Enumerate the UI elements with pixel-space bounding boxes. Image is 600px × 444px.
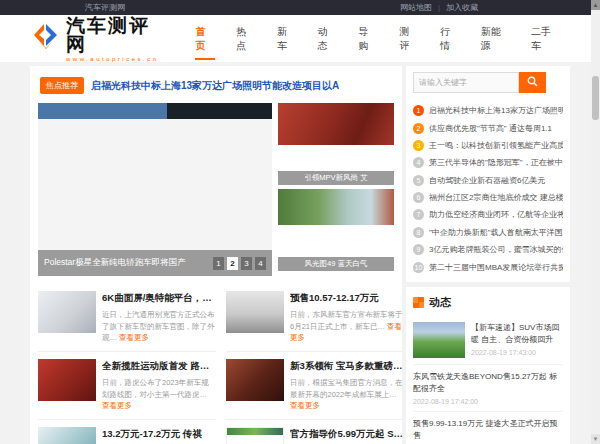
- rank-text[interactable]: 王一鸣：以科技创新引领氢能产业高质量发展: [429, 140, 563, 151]
- rank-item[interactable]: 1启福光科技中标上海13家万达广场照明节能: [413, 102, 563, 119]
- side-caption-mpv[interactable]: 引领MPV新风尚 艾: [278, 171, 394, 185]
- nav-guide[interactable]: 导购: [348, 17, 389, 61]
- rank-item[interactable]: 2供应商优先股"节节高" 通达每周1.1: [413, 119, 563, 136]
- dynamics-item-title[interactable]: 预售9.99-13.19万元 捷途大圣正式开启预售: [413, 418, 563, 442]
- site-header: 汽车测评网 www.autoprices.cn 首页 热点 新车 动态 导购 测…: [0, 15, 600, 62]
- nav-market[interactable]: 行情: [429, 17, 470, 61]
- rank-item[interactable]: 10第二十三届中国MBA发展论坛举行共探人工: [413, 258, 563, 275]
- rank-badge: 10: [413, 262, 424, 273]
- rank-item[interactable]: 7助力低空经济商业闭环，亿航等企业将在广州: [413, 206, 563, 223]
- scrollbar-thumb[interactable]: [592, 76, 599, 120]
- article-thumb-swm: [226, 427, 284, 444]
- rank-badge: 7: [413, 209, 424, 220]
- article-item[interactable]: 官方指导价5.99万元起 SWM 北京时间2022年6月19日，SWM斯威大虎正…: [226, 420, 404, 444]
- nav-review[interactable]: 测评: [388, 17, 429, 61]
- view-more-link[interactable]: 查看更多: [102, 401, 132, 410]
- search-bar: [413, 72, 563, 93]
- add-favorite-link[interactable]: 加入收藏: [446, 2, 478, 13]
- rank-text[interactable]: 福州台江区2宗商住地底价成交 建总楼产、相: [429, 192, 563, 203]
- search-input[interactable]: [413, 72, 519, 93]
- dynamics-header: 动态: [413, 293, 563, 316]
- rank-item[interactable]: 8"中企助力焕新船"载人首航南太平洋国家: [413, 224, 563, 241]
- article-thumb-presale: [226, 291, 284, 333]
- nav-new-energy[interactable]: 新能源: [470, 17, 520, 61]
- dynamics-item[interactable]: 东风雪铁龙天逸BEYOND售15.27万起 标配很齐全 2022-08-19 1…: [413, 365, 563, 412]
- article-title[interactable]: 13.2万元-17.2万元 传祺: [102, 428, 216, 441]
- rank-badge: 2: [413, 123, 424, 134]
- article-title[interactable]: 新3系领衔 宝马多款重磅新车将齐: [290, 360, 404, 373]
- article-item[interactable]: 6K曲面屏/奥特能平台，别克E5 近日，上汽通用别克官方正式公布了旗下新车型的新…: [38, 284, 216, 352]
- side-image-scenery[interactable]: [278, 189, 394, 225]
- topbar-site-name: 汽车评测网: [85, 2, 125, 13]
- nav-used-car[interactable]: 二手车: [520, 17, 570, 61]
- rank-item[interactable]: 93亿元购老牌瓶装公司，蜜雪冰城买的什么酒?: [413, 241, 563, 258]
- dynamics-item-time: 2022-08-19 17:42:00: [413, 398, 563, 405]
- article-item[interactable]: 全新揽胜运动版首发 路虎公布成都 日前，路虎公布了2023年新车规划路线图，对小…: [38, 352, 216, 420]
- dynamics-block: 动态 【新车速递】SUV市场回暖 自主、合资份额回升 2022-08-19 17…: [406, 287, 570, 444]
- grid-icon: [413, 297, 424, 308]
- carousel-main-slide[interactable]: Polestar极星全新纯电轿跑车即将国产 1 2 3 4: [38, 103, 272, 276]
- view-more-link[interactable]: 查看更多: [119, 333, 149, 342]
- rank-text[interactable]: 启福光科技中标上海13家万达广场照明节能: [429, 105, 563, 116]
- rank-item[interactable]: 4第三代半导体的"隐形冠军"，正在被中国厂: [413, 154, 563, 171]
- rank-text[interactable]: "中企助力焕新船"载人首航南太平洋国家: [429, 227, 563, 238]
- rank-item[interactable]: 3王一鸣：以科技创新引领氢能产业高质量发展: [413, 137, 563, 154]
- article-title[interactable]: 全新揽胜运动版首发 路虎公布成都: [102, 360, 216, 373]
- rank-badge: 9: [413, 244, 424, 255]
- rank-text[interactable]: 自动驾驶企业新石器融资6亿美元: [429, 175, 545, 186]
- rank-text[interactable]: 供应商优先股"节节高" 通达每周1.1: [429, 123, 552, 134]
- article-thumb-rangerover: [38, 359, 96, 401]
- article-desc: 日前，根据宝马集团官方消息，在最新开幕的2022年成都车展上…: [290, 378, 403, 399]
- article-title[interactable]: 官方指导价5.99万元起 SWM: [290, 428, 404, 441]
- sidebar-rank-block: 1启福光科技中标上海13家万达广场照明节能 2供应商优先股"节节高" 通达每周1…: [406, 66, 570, 282]
- dynamics-item-title[interactable]: 【新车速递】SUV市场回暖 自主、合资份额回升: [471, 322, 563, 346]
- rank-text[interactable]: 助力低空经济商业闭环，亿航等企业将在广州: [429, 209, 563, 220]
- rank-text[interactable]: 第二十三届中国MBA发展论坛举行共探人工: [429, 262, 563, 273]
- dynamics-item[interactable]: 【新车速递】SUV市场回暖 自主、合资份额回升 2022-08-19 17:43…: [413, 316, 563, 365]
- logo-title: 汽车测评网: [66, 16, 167, 54]
- focus-recommend-button[interactable]: 焦点推荐: [40, 77, 84, 94]
- article-item[interactable]: 预售10.57-12.17万元 日前，东风新车官方宣布新车将于6月21日正式上市…: [226, 284, 404, 352]
- sitemap-link[interactable]: 网站地图: [400, 2, 432, 13]
- side-caption-scenery[interactable]: 风光图49 蓝天白气: [278, 257, 394, 271]
- nav-hot[interactable]: 热点: [225, 17, 266, 61]
- logo-diamond-icon: [30, 22, 60, 56]
- carousel-section: Polestar极星全新纯电轿跑车即将国产 1 2 3 4 引领MPV新风尚 艾…: [38, 103, 394, 276]
- scrollbar: ▲ ▼: [591, 0, 600, 444]
- scroll-down-arrow[interactable]: ▼: [591, 434, 600, 444]
- rank-item[interactable]: 6福州台江区2宗商住地底价成交 建总楼产、相: [413, 189, 563, 206]
- dynamics-item[interactable]: 预售9.99-13.19万元 捷途大圣正式开启预售 2022-08-19 17:…: [413, 412, 563, 444]
- carousel-main-image: [38, 103, 272, 250]
- notice-bar: 焦点推荐 启福光科技中标上海13家万达广场照明节能改造项目以A: [38, 73, 394, 103]
- site-logo[interactable]: 汽车测评网 www.autoprices.cn: [30, 16, 167, 62]
- rank-text[interactable]: 3亿元购老牌瓶装公司，蜜雪冰城买的什么酒?: [429, 244, 563, 255]
- rank-item[interactable]: 5自动驾驶企业新石器融资6亿美元: [413, 172, 563, 189]
- carousel-caption-bar: Polestar极星全新纯电轿跑车即将国产 1 2 3 4: [38, 250, 272, 276]
- search-icon: [527, 75, 538, 90]
- carousel-page-4[interactable]: 4: [255, 257, 266, 270]
- nav-new-car[interactable]: 新车: [266, 17, 307, 61]
- article-column-left: 6K曲面屏/奥特能平台，别克E5 近日，上汽通用别克官方正式公布了旗下新车型的新…: [38, 284, 216, 444]
- dynamics-thumb-suv: [413, 322, 465, 358]
- main-nav: 首页 热点 新车 动态 导购 测评 行情 新能源 二手车: [185, 17, 570, 61]
- page-content: 焦点推荐 启福光科技中标上海13家万达广场照明节能改造项目以A Polestar…: [30, 66, 570, 444]
- carousel-page-1[interactable]: 1: [213, 257, 224, 270]
- side-image-mpv[interactable]: [278, 103, 394, 145]
- article-item[interactable]: 新3系领衔 宝马多款重磅新车将齐 日前，根据宝马集团官方消息，在最新开幕的202…: [226, 352, 404, 420]
- nav-dynamics[interactable]: 动态: [307, 17, 348, 61]
- carousel-page-2[interactable]: 2: [227, 257, 238, 270]
- article-item[interactable]: 13.2万元-17.2万元 传祺 5月16日，作为广汽传祺的采埃孚科技全球首发车…: [38, 420, 216, 444]
- article-title[interactable]: 预售10.57-12.17万元: [290, 292, 404, 305]
- rank-text[interactable]: 第三代半导体的"隐形冠军"，正在被中国厂: [429, 157, 563, 168]
- dynamics-item-title[interactable]: 东风雪铁龙天逸BEYOND售15.27万起 标配很齐全: [413, 371, 563, 395]
- rank-badge: 8: [413, 227, 424, 238]
- nav-home[interactable]: 首页: [185, 17, 226, 61]
- carousel-caption-text: Polestar极星全新纯电轿跑车即将国产: [44, 257, 210, 269]
- logo-subtitle: www.autoprices.cn: [66, 56, 167, 62]
- view-more-link[interactable]: 查看更多: [290, 401, 320, 410]
- scroll-up-arrow[interactable]: ▲: [591, 0, 600, 10]
- carousel-page-3[interactable]: 3: [241, 257, 252, 270]
- top-headline-link[interactable]: 启福光科技中标上海13家万达广场照明节能改造项目以A: [91, 79, 339, 93]
- search-button[interactable]: [519, 72, 546, 93]
- article-title[interactable]: 6K曲面屏/奥特能平台，别克E5: [102, 292, 216, 305]
